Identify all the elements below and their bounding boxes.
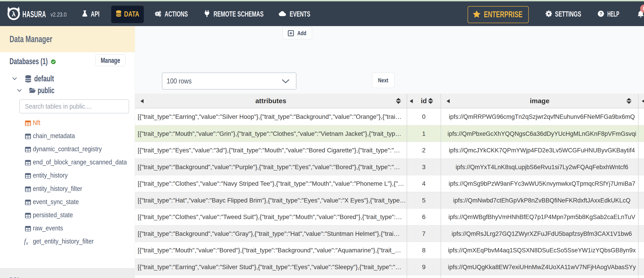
svg-text:?: ? [600,11,602,16]
svg-text:λ: λ [12,10,16,18]
